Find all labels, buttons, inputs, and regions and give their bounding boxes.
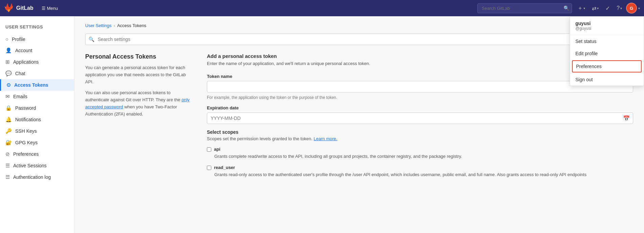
help-chevron: ▾: [620, 6, 622, 10]
search-wrap: 🔍: [477, 3, 572, 13]
expiry-input[interactable]: [207, 112, 633, 124]
scope-row-api: api: [207, 147, 633, 152]
scope-checkbox-read-user[interactable]: [207, 166, 211, 170]
sidebar-label-profile: Profile: [12, 37, 25, 42]
sidebar-label-password: Password: [15, 105, 36, 111]
sidebar-label-applications: Applications: [13, 59, 39, 65]
sidebar: User Settings ○ Profile 👤 Account ⊞ Appl…: [0, 16, 74, 233]
plus-icon: ＋: [577, 5, 583, 12]
section-desc-1: You can generate a personal access token…: [85, 64, 193, 85]
help-button[interactable]: ? ▾: [614, 3, 625, 13]
user-dropdown: guyusi @guyusi Set status Edit profile P…: [570, 16, 644, 86]
sidebar-item-ssh-keys[interactable]: 🔑 SSH Keys: [0, 125, 74, 137]
calendar-icon: 📅: [623, 115, 630, 121]
form-title: Add a personal access token: [207, 53, 633, 59]
sidebar-item-chat[interactable]: 💬 Chat: [0, 68, 74, 79]
nav-logo[interactable]: GitLab: [4, 3, 33, 13]
search-icon: 🔍: [564, 5, 569, 11]
sidebar-item-active-sessions[interactable]: ☰ Active Sessions: [0, 160, 74, 171]
avatar-chevron: ▾: [638, 6, 640, 10]
section-desc-2: You can also use personal access tokens …: [85, 89, 193, 118]
sidebar-item-notifications[interactable]: 🔔 Notifications: [0, 114, 74, 125]
access-tokens-icon: ⊙: [6, 82, 11, 88]
dropdown-preferences[interactable]: Preferences: [572, 60, 642, 72]
notifications-icon: 🔔: [5, 116, 12, 123]
scope-checkbox-api[interactable]: [207, 147, 211, 152]
search-settings-icon: 🔍: [89, 37, 94, 42]
applications-icon: ⊞: [5, 59, 10, 65]
top-nav: GitLab ☰ Menu 🔍 ＋ ▾ ⇄ ▾ ✓ ? ▾ G ▾: [0, 0, 644, 16]
sidebar-title: User Settings: [0, 22, 74, 34]
main-content: User Settings › Access Tokens 🔍 Personal…: [74, 16, 644, 233]
sidebar-label-gpg-keys: GPG Keys: [15, 140, 38, 145]
search-settings-input[interactable]: [85, 34, 633, 45]
gitlab-fox-icon: [4, 3, 14, 13]
dropdown-set-status[interactable]: Set status: [570, 35, 644, 47]
breadcrumb-current: Access Tokens: [117, 23, 146, 28]
check-icon: ✓: [605, 5, 610, 12]
sidebar-label-chat: Chat: [15, 71, 25, 76]
account-icon: 👤: [5, 47, 12, 54]
ssh-keys-icon: 🔑: [5, 128, 12, 134]
help-icon: ?: [617, 5, 620, 11]
scope-name-api: api: [214, 147, 220, 152]
breadcrumb: User Settings › Access Tokens: [85, 23, 633, 28]
sidebar-item-access-tokens[interactable]: ⊙ Access Tokens: [0, 79, 74, 91]
breadcrumb-parent[interactable]: User Settings: [85, 23, 112, 28]
scope-item-api: api Grants complete read/write access to…: [207, 147, 633, 160]
scope-desc-api: Grants complete read/write access to the…: [207, 153, 633, 160]
sidebar-label-emails: Emails: [13, 94, 27, 99]
sidebar-item-password[interactable]: 🔒 Password: [0, 102, 74, 114]
right-column: Add a personal access token Enter the na…: [207, 53, 633, 184]
scope-row-read-user: read_user: [207, 165, 633, 170]
layout: User Settings ○ Profile 👤 Account ⊞ Appl…: [0, 16, 644, 233]
nav-icons: ＋ ▾ ⇄ ▾ ✓ ? ▾ G ▾: [575, 3, 640, 14]
learn-more-link[interactable]: Learn more.: [314, 136, 337, 141]
content-grid: Personal Access Tokens You can generate …: [85, 53, 633, 184]
menu-button[interactable]: ☰ Menu: [39, 4, 61, 12]
only-accepted-link[interactable]: only accepted password: [85, 97, 190, 109]
breadcrumb-separator: ›: [114, 23, 115, 28]
form-subtitle: Enter the name of your application, and …: [207, 60, 633, 67]
sidebar-item-emails[interactable]: ✉ Emails: [0, 91, 74, 102]
scope-desc-read-user: Grants read-only access to the authentic…: [207, 171, 633, 178]
sidebar-label-active-sessions: Active Sessions: [13, 163, 47, 168]
dropdown-edit-profile[interactable]: Edit profile: [570, 47, 644, 60]
add-button[interactable]: ＋ ▾: [575, 3, 588, 14]
scopes-section: Select scopes Scopes set the permission …: [207, 129, 633, 178]
sidebar-item-account[interactable]: 👤 Account: [0, 45, 74, 56]
dropdown-sign-out[interactable]: Sign out: [570, 73, 644, 86]
search-settings-wrap: 🔍: [85, 34, 633, 45]
sidebar-label-notifications: Notifications: [15, 117, 41, 122]
dropdown-username: guyusi: [575, 21, 638, 26]
token-name-label: Token name: [207, 74, 633, 79]
gpg-keys-icon: 🔐: [5, 140, 12, 146]
sidebar-label-ssh-keys: SSH Keys: [15, 128, 37, 134]
avatar[interactable]: G: [626, 3, 637, 14]
sidebar-item-preferences[interactable]: ⊘ Preferences: [0, 148, 74, 160]
sidebar-label-account: Account: [15, 48, 32, 53]
emails-icon: ✉: [5, 93, 10, 100]
sidebar-label-access-tokens: Access Tokens: [14, 82, 48, 88]
nav-search-input[interactable]: [477, 3, 572, 13]
sidebar-item-applications[interactable]: ⊞ Applications: [0, 56, 74, 68]
todo-button[interactable]: ✓: [603, 3, 613, 14]
merge-chevron: ▾: [597, 6, 599, 10]
dropdown-handle: @guyusi: [575, 26, 638, 31]
scopes-title: Select scopes: [207, 129, 633, 135]
date-input-wrap: 📅: [207, 112, 633, 124]
merge-requests-button[interactable]: ⇄ ▾: [589, 3, 601, 14]
token-name-input[interactable]: [207, 81, 633, 92]
expiry-label: Expiration date: [207, 105, 633, 110]
profile-icon: ○: [5, 36, 8, 42]
sidebar-item-auth-log[interactable]: ☰ Authentication log: [0, 171, 74, 183]
sidebar-item-profile[interactable]: ○ Profile: [0, 34, 74, 45]
plus-chevron: ▾: [583, 6, 585, 10]
sidebar-item-gpg-keys[interactable]: 🔐 GPG Keys: [0, 137, 74, 148]
preferences-icon: ⊘: [5, 151, 10, 157]
sidebar-label-preferences: Preferences: [13, 151, 39, 157]
password-icon: 🔒: [5, 105, 12, 111]
scope-item-read-user: read_user Grants read-only access to the…: [207, 165, 633, 178]
merge-icon: ⇄: [592, 5, 596, 12]
chat-icon: 💬: [5, 70, 12, 77]
